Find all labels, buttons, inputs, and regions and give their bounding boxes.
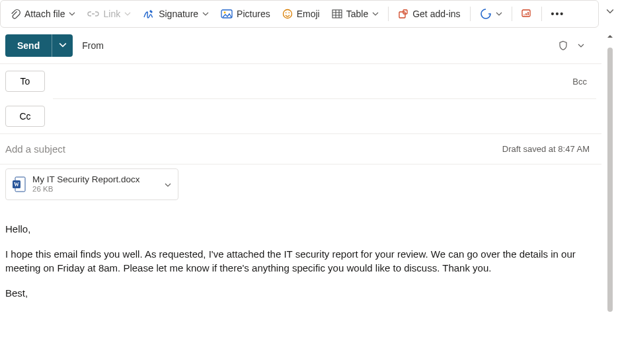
signature-icon: [143, 9, 155, 19]
body-paragraph: I hope this email finds you well. As req…: [5, 248, 596, 275]
signature-label: Signature: [159, 9, 198, 19]
toolbar-separator: [470, 7, 471, 21]
get-addins-button[interactable]: Get add-ins: [393, 3, 465, 24]
pictures-icon: [221, 9, 233, 18]
scrollbar-track[interactable]: [606, 48, 614, 364]
pictures-button[interactable]: Pictures: [215, 3, 276, 24]
chevron-down-icon: [496, 11, 502, 17]
toolbar-separator: [541, 7, 542, 21]
link-label: Link: [103, 9, 120, 19]
body-greeting: Hello,: [5, 223, 596, 236]
link-icon: [87, 9, 99, 18]
chevron-down-icon: [59, 41, 67, 51]
addins-icon: [398, 9, 408, 19]
loop-button[interactable]: [475, 3, 508, 24]
emoji-icon: [282, 9, 293, 19]
cc-button[interactable]: Cc: [5, 106, 45, 127]
table-label: Table: [346, 9, 368, 19]
to-input[interactable]: [53, 73, 564, 89]
send-split-button: Send: [5, 34, 73, 57]
paperclip-icon: [10, 9, 20, 19]
ribbon-collapse-chevron[interactable]: [604, 5, 616, 17]
attachment-name: My IT Security Report.docx: [32, 174, 158, 185]
table-button[interactable]: Table: [327, 3, 384, 24]
svg-point-4: [288, 13, 290, 14]
toolbar-separator: [388, 7, 389, 21]
addins-label: Get add-ins: [412, 9, 460, 19]
cc-row: Cc: [0, 99, 601, 133]
shield-icon[interactable]: [558, 40, 568, 51]
scroll-up-button[interactable]: [604, 30, 616, 42]
to-row: To Bcc: [0, 64, 601, 98]
svg-text:W: W: [14, 182, 19, 188]
right-scroll-region: [601, 0, 618, 364]
svg-rect-5: [332, 10, 342, 18]
emoji-label: Emoji: [297, 9, 320, 19]
send-button[interactable]: Send: [5, 34, 52, 57]
emoji-button[interactable]: Emoji: [277, 3, 325, 24]
bcc-toggle[interactable]: Bcc: [572, 77, 596, 87]
compose-toolbar: Attach file Link Signature Pictures: [0, 0, 599, 28]
scrollbar-thumb[interactable]: [607, 48, 613, 312]
toolbar-overflow-button[interactable]: •••: [546, 3, 570, 24]
chevron-down-icon: [372, 11, 379, 17]
draft-status: Draft saved at 8:47 AM: [502, 144, 596, 154]
toolbar-separator: [512, 7, 512, 21]
subject-input[interactable]: [5, 143, 494, 155]
send-row: Send From: [0, 28, 601, 63]
word-doc-icon: W: [13, 176, 26, 192]
chevron-down-icon[interactable]: [165, 181, 171, 188]
send-options-button[interactable]: [52, 34, 73, 57]
pictures-label: Pictures: [237, 9, 270, 19]
chevron-down-icon: [124, 11, 131, 17]
link-button: Link: [82, 3, 136, 24]
ellipsis-icon: •••: [551, 9, 565, 19]
svg-rect-6: [399, 12, 405, 18]
message-body[interactable]: Hello, I hope this email finds you well.…: [0, 200, 601, 305]
attachment-size: 26 KB: [32, 185, 158, 194]
table-icon: [332, 9, 342, 18]
from-label[interactable]: From: [82, 40, 104, 51]
attach-file-label: Attach file: [24, 9, 65, 19]
chevron-down-icon: [202, 11, 209, 17]
attach-file-button[interactable]: Attach file: [5, 3, 81, 24]
chevron-down-icon[interactable]: [578, 42, 584, 49]
subject-row: Draft saved at 8:47 AM: [0, 134, 601, 164]
svg-point-1: [224, 12, 226, 14]
signature-button[interactable]: Signature: [137, 3, 214, 24]
svg-point-3: [286, 13, 287, 14]
attachment-area: W My IT Security Report.docx 26 KB: [0, 164, 601, 200]
body-signoff: Best,: [5, 287, 596, 300]
attachment-meta: My IT Security Report.docx 26 KB: [32, 174, 158, 194]
poll-icon: [521, 9, 532, 18]
cc-input[interactable]: [53, 108, 596, 124]
chevron-down-icon: [69, 11, 75, 17]
poll-button[interactable]: [516, 3, 537, 24]
svg-point-2: [283, 10, 291, 18]
attachment-chip[interactable]: W My IT Security Report.docx 26 KB: [5, 168, 178, 200]
loop-icon: [480, 8, 492, 20]
to-button[interactable]: To: [5, 71, 45, 92]
